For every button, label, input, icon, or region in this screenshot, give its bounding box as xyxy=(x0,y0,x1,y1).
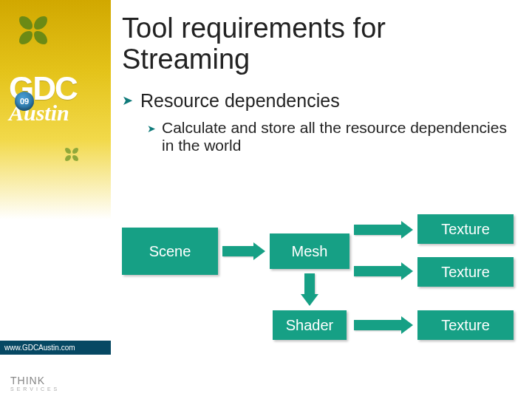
node-scene: Scene xyxy=(122,228,218,275)
bullet-2-text: Calculate and store all the resource dep… xyxy=(162,119,519,154)
slide-content: Tool requirements for Streaming ➤ Resour… xyxy=(122,13,519,154)
bullet-1-text: Resource dependencies xyxy=(140,90,340,112)
node-texture: Texture xyxy=(417,214,514,244)
bullet-level-1: ➤ Resource dependencies xyxy=(122,90,519,112)
clover-icon xyxy=(16,13,50,47)
dependency-diagram: Scene Mesh Shader Texture Texture Textur… xyxy=(122,214,521,377)
url-bar: www.GDCAustin.com xyxy=(0,341,111,355)
arrow-icon xyxy=(354,320,403,330)
node-shader: Shader xyxy=(273,310,347,340)
bullet-marker-icon: ➤ xyxy=(122,90,133,112)
node-mesh: Mesh xyxy=(270,233,349,269)
node-texture: Texture xyxy=(417,310,514,340)
arrow-icon xyxy=(304,273,315,296)
arrow-icon xyxy=(222,246,255,256)
arrow-icon xyxy=(354,225,403,235)
arrow-icon xyxy=(354,266,403,276)
brand-text: THINK xyxy=(10,375,45,386)
slide-title: Tool requirements for Streaming xyxy=(122,13,519,75)
bullet-level-2: ➤ Calculate and store all the resource d… xyxy=(147,119,519,154)
sidebar: GDC 09 Austin www.GDCAustin.com THINK SE… xyxy=(0,0,111,399)
small-clover-icon xyxy=(64,146,80,163)
year-badge: 09 xyxy=(15,92,34,111)
node-texture: Texture xyxy=(417,257,514,287)
think-logo: THINK SERVICES xyxy=(10,375,60,392)
bullet-marker-icon: ➤ xyxy=(147,119,156,139)
gdc-logo: GDC 09 Austin xyxy=(9,74,102,126)
brand-tag: SERVICES xyxy=(10,386,60,392)
